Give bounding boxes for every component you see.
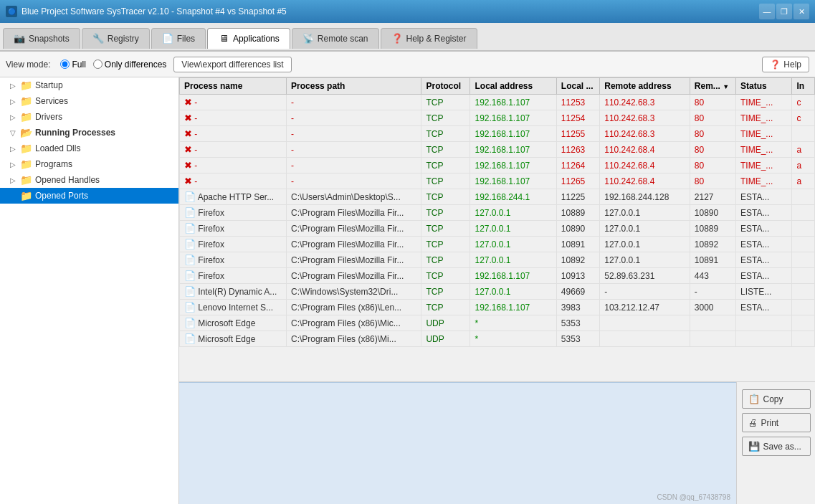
tab-registry[interactable]: 🔧 Registry: [82, 28, 150, 49]
table-row[interactable]: 📄 Firefox C:\Program Files\Mozilla Fir..…: [180, 205, 815, 221]
cell-protocol: TCP: [421, 221, 470, 237]
cell-local-port: 11254: [556, 110, 599, 126]
help-button[interactable]: ❓ Help: [762, 57, 809, 72]
table-row[interactable]: 📄 Lenovo Internet S... C:\Program Files …: [180, 300, 815, 315]
registry-tab-icon: 🔧: [92, 33, 104, 44]
col-status[interactable]: Status: [735, 78, 792, 95]
help-btn-label: Help: [783, 60, 801, 70]
cell-remote-address: [600, 315, 690, 331]
table-row[interactable]: 📄 Firefox C:\Program Files\Mozilla Fir..…: [180, 221, 815, 237]
sidebar-item-services[interactable]: ▷ 📁 Services: [0, 93, 178, 109]
col-process-path[interactable]: Process path: [287, 78, 421, 95]
cell-info: [792, 300, 815, 315]
table-row[interactable]: 📄 Firefox C:\Program Files\Mozilla Fir..…: [180, 252, 815, 268]
cell-protocol: TCP: [421, 300, 470, 315]
sidebar-item-startup[interactable]: ▷ 📁 Startup: [0, 77, 178, 93]
cell-protocol: TCP: [421, 268, 470, 284]
cell-protocol: UDP: [421, 331, 470, 347]
cell-process-name: 📄 Lenovo Internet S...: [180, 300, 287, 315]
table-row[interactable]: 📄 Firefox C:\Program Files\Mozilla Fir..…: [180, 237, 815, 252]
save-as-btn-label: Save as...: [763, 442, 801, 452]
folder-icon-programs: 📁: [20, 158, 32, 170]
col-process-name[interactable]: Process name: [180, 78, 287, 95]
red-x-icon: ✖: [184, 97, 192, 108]
table-body: ✖ - - TCP 192.168.1.107 11253 110.242.68…: [180, 95, 815, 347]
cell-process-name: 📄 Firefox: [180, 221, 287, 237]
cell-remote-address: 110.242.68.4: [600, 158, 690, 173]
tab-applications[interactable]: 🖥 Applications: [207, 28, 290, 49]
table-row[interactable]: 📄 Apache HTTP Ser... C:\Users\Admin\Desk…: [180, 189, 815, 205]
sidebar-item-opened-handles[interactable]: ▷ 📁 Opened Handles: [0, 172, 178, 188]
table-row[interactable]: ✖ - - TCP 192.168.1.107 11253 110.242.68…: [180, 95, 815, 110]
red-x-icon: ✖: [184, 144, 192, 155]
save-as-button[interactable]: 💾 Save as...: [742, 437, 811, 456]
expand-icon-programs: ▷: [10, 161, 17, 168]
table-row[interactable]: 📄 Microsoft Edge C:\Program Files (x86)\…: [180, 331, 815, 347]
expand-icon-loaded-dlls: ▷: [10, 145, 17, 153]
cell-status: ESTA...: [735, 237, 792, 252]
cell-local-address: 192.168.244.1: [470, 189, 556, 205]
cell-remote-address: 110.242.68.3: [600, 95, 690, 110]
col-remote-address[interactable]: Remote address: [600, 78, 690, 95]
cell-status: ESTA...: [735, 189, 792, 205]
col-info[interactable]: In: [792, 78, 815, 95]
col-protocol[interactable]: Protocol: [421, 78, 470, 95]
view-export-button[interactable]: View\export differences list: [173, 57, 291, 72]
sidebar-item-opened-ports[interactable]: 📁 Opened Ports: [0, 188, 178, 204]
sidebar: ▷ 📁 Startup ▷ 📁 Services ▷ 📁 Drivers ▽ 📂…: [0, 77, 179, 504]
tab-bar: 📷 Snapshots 🔧 Registry 📄 Files 🖥 Applica…: [0, 23, 815, 52]
table-row[interactable]: 📄 Firefox C:\Program Files\Mozilla Fir..…: [180, 268, 815, 284]
doc-icon: 📄: [184, 286, 196, 297]
col-local-port[interactable]: Local ...: [556, 78, 599, 95]
only-diff-radio-input[interactable]: [93, 60, 103, 69]
restore-button[interactable]: ❐: [776, 4, 792, 19]
tab-snapshots[interactable]: 📷 Snapshots: [3, 28, 80, 49]
cell-process-name: ✖ -: [180, 173, 287, 189]
sidebar-item-running-processes[interactable]: ▽ 📂 Running Processes: [0, 125, 178, 141]
full-radio[interactable]: Full: [60, 60, 85, 70]
col-local-address[interactable]: Local address: [470, 78, 556, 95]
tab-remote-scan[interactable]: 📡 Remote scan: [292, 28, 379, 49]
cell-remote-address: 127.0.0.1: [600, 205, 690, 221]
cell-process-path: C:\Program Files\Mozilla Fir...: [287, 221, 421, 237]
cell-local-port: 10892: [556, 252, 599, 268]
only-diff-radio[interactable]: Only differences: [93, 60, 167, 70]
full-radio-input[interactable]: [60, 60, 70, 69]
print-button[interactable]: 🖨 Print: [742, 413, 811, 432]
cell-status: ESTA...: [735, 221, 792, 237]
cell-process-path: -: [287, 110, 421, 126]
table-row[interactable]: ✖ - - TCP 192.168.1.107 11264 110.242.68…: [180, 158, 815, 173]
cell-info: [792, 237, 815, 252]
red-x-icon: ✖: [184, 128, 192, 139]
tab-help-register[interactable]: ❓ Help & Register: [381, 28, 477, 49]
cell-local-address: 127.0.0.1: [470, 221, 556, 237]
cell-info: [792, 189, 815, 205]
red-x-icon: ✖: [184, 176, 192, 186]
cell-remote-port: 443: [690, 268, 735, 284]
cell-process-path: -: [287, 95, 421, 110]
folder-icon-opened-ports: 📁: [20, 190, 32, 201]
col-remote-port[interactable]: Rem... ▼: [690, 78, 735, 95]
cell-local-address: 192.168.1.107: [470, 300, 556, 315]
sidebar-label-programs: Programs: [35, 159, 72, 169]
table-row[interactable]: 📄 Intel(R) Dynamic A... C:\Windows\Syste…: [180, 284, 815, 300]
close-button[interactable]: ✕: [793, 4, 809, 19]
sidebar-item-loaded-dlls[interactable]: ▷ 📁 Loaded Dlls: [0, 141, 178, 156]
copy-button[interactable]: 📋 Copy: [742, 389, 811, 409]
table-row[interactable]: ✖ - - TCP 192.168.1.107 11263 110.242.68…: [180, 142, 815, 158]
print-icon: 🖨: [748, 417, 758, 428]
table-row[interactable]: ✖ - - TCP 192.168.1.107 11265 110.242.68…: [180, 173, 815, 189]
cell-remote-address: 127.0.0.1: [600, 221, 690, 237]
table-row[interactable]: 📄 Microsoft Edge C:\Program Files (x86)\…: [180, 315, 815, 331]
sidebar-item-drivers[interactable]: ▷ 📁 Drivers: [0, 109, 178, 125]
help-register-tab-icon: ❓: [391, 33, 403, 44]
cell-local-port: 10891: [556, 237, 599, 252]
table-container[interactable]: Process name Process path Protocol Local…: [179, 77, 815, 382]
table-row[interactable]: ✖ - - TCP 192.168.1.107 11255 110.242.68…: [180, 126, 815, 142]
table-row[interactable]: ✖ - - TCP 192.168.1.107 11254 110.242.68…: [180, 110, 815, 126]
sidebar-item-programs[interactable]: ▷ 📁 Programs: [0, 156, 178, 172]
tab-files[interactable]: 📄 Files: [151, 28, 206, 49]
cell-remote-address: 103.212.12.47: [600, 300, 690, 315]
cell-remote-port: 80: [690, 110, 735, 126]
minimize-button[interactable]: —: [759, 4, 775, 19]
